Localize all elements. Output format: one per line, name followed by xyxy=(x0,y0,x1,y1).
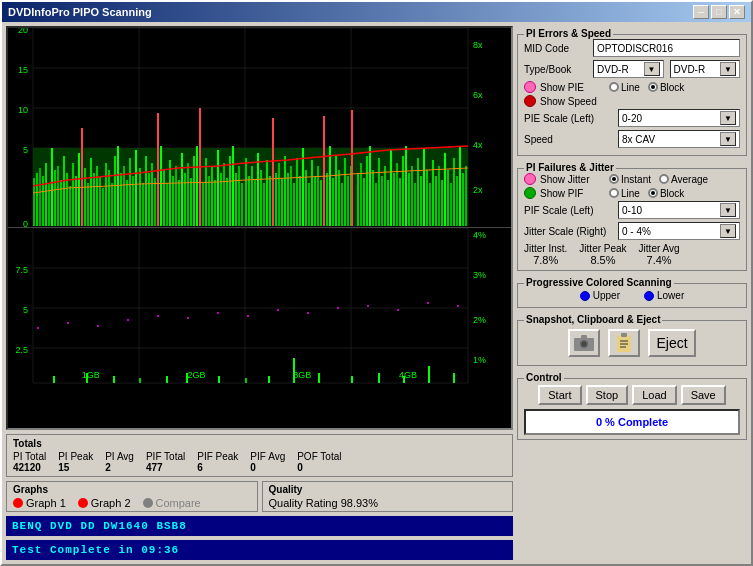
svg-rect-116 xyxy=(320,180,322,226)
svg-rect-69 xyxy=(178,180,180,226)
svg-rect-152 xyxy=(429,183,431,226)
combo-arrow-2[interactable]: ▼ xyxy=(720,62,736,76)
pif-line-radio[interactable]: Line xyxy=(609,188,640,199)
svg-rect-38 xyxy=(84,168,86,226)
svg-rect-78 xyxy=(205,158,207,226)
svg-rect-159 xyxy=(450,183,452,226)
graph-items: Graph 1 Graph 2 Compare xyxy=(13,497,251,509)
svg-rect-202 xyxy=(428,366,430,383)
svg-rect-40 xyxy=(90,158,92,226)
progress-label: 0 % Complete xyxy=(596,416,668,428)
svg-rect-145 xyxy=(408,173,410,226)
svg-rect-129 xyxy=(360,163,362,226)
pie-line-radio-btn[interactable] xyxy=(609,82,619,92)
svg-rect-57 xyxy=(142,183,144,226)
svg-rect-63 xyxy=(160,146,162,226)
speed-label: Speed xyxy=(524,134,614,145)
pie-line-radio[interactable]: Line xyxy=(609,82,640,93)
stop-button[interactable]: Stop xyxy=(586,385,629,405)
svg-text:4%: 4% xyxy=(473,230,486,240)
svg-rect-110 xyxy=(302,148,304,226)
maximize-button[interactable]: □ xyxy=(711,5,727,19)
graph-compare-item[interactable]: Compare xyxy=(143,497,201,509)
graph-2-item[interactable]: Graph 2 xyxy=(78,497,131,509)
svg-rect-66 xyxy=(169,160,171,226)
pif-block-radio[interactable]: Block xyxy=(648,188,684,199)
combo-arrow-1[interactable]: ▼ xyxy=(644,62,660,76)
svg-rect-94 xyxy=(254,180,256,226)
start-button[interactable]: Start xyxy=(538,385,581,405)
graph-1-item[interactable]: Graph 1 xyxy=(13,497,66,509)
main-content: 20 15 10 5 0 8x 6x 4x 2x xyxy=(2,22,751,564)
type-dvd1-combo[interactable]: DVD-R ▼ xyxy=(593,60,664,78)
pie-block-radio-btn[interactable] xyxy=(648,82,658,92)
jitter-scale-arrow[interactable]: ▼ xyxy=(720,224,736,238)
svg-rect-199 xyxy=(351,376,353,383)
svg-rect-70 xyxy=(181,153,183,226)
upper-label: Upper xyxy=(593,290,620,301)
svg-text:15: 15 xyxy=(18,65,28,75)
clipboard-button[interactable] xyxy=(608,329,640,357)
minimize-button[interactable]: ─ xyxy=(693,5,709,19)
svg-point-204 xyxy=(37,327,39,329)
speed-combo[interactable]: 8x CAV ▼ xyxy=(618,130,740,148)
pie-block-radio[interactable]: Block xyxy=(648,82,684,93)
pif-scale-combo[interactable]: 0-10 ▼ xyxy=(618,201,740,219)
svg-rect-53 xyxy=(129,158,131,226)
svg-rect-200 xyxy=(378,373,380,383)
svg-rect-124 xyxy=(344,158,346,226)
quality-box: Quality Quality Rating 98.93% xyxy=(262,481,514,512)
speed-indicator xyxy=(524,95,536,107)
svg-point-218 xyxy=(457,305,459,307)
svg-rect-83 xyxy=(220,173,222,226)
svg-rect-108 xyxy=(296,158,298,226)
svg-rect-134 xyxy=(375,183,377,226)
totals-row: PI Total 42120 PI Peak 15 PI Avg 2 PIF T… xyxy=(13,451,506,473)
svg-rect-136 xyxy=(381,176,383,226)
svg-point-207 xyxy=(127,319,129,321)
svg-rect-27 xyxy=(51,148,53,226)
pif-line-btn[interactable] xyxy=(609,188,619,198)
pie-scale-arrow[interactable]: ▼ xyxy=(720,111,736,125)
svg-text:2x: 2x xyxy=(473,185,483,195)
svg-rect-222 xyxy=(581,335,587,339)
svg-rect-133 xyxy=(372,170,374,226)
jitter-instant-radio[interactable]: Instant xyxy=(609,174,651,185)
jitter-average-btn[interactable] xyxy=(659,174,669,184)
jitter-average-radio[interactable]: Average xyxy=(659,174,708,185)
svg-rect-61 xyxy=(154,178,156,226)
type-dvd2-combo[interactable]: DVD-R ▼ xyxy=(670,60,741,78)
load-button[interactable]: Load xyxy=(632,385,676,405)
bottom-chart: 7.5 5 2.5 4% 3% 2% 1% xyxy=(8,228,511,368)
snapshot-button[interactable] xyxy=(568,329,600,357)
pif-scale-arrow[interactable]: ▼ xyxy=(720,203,736,217)
totals-title: Totals xyxy=(13,438,506,449)
jitter-instant-btn[interactable] xyxy=(609,174,619,184)
pif-block-btn[interactable] xyxy=(648,188,658,198)
svg-rect-140 xyxy=(393,173,395,226)
control-title: Control xyxy=(524,372,564,383)
svg-point-213 xyxy=(307,312,309,314)
graphs-quality-row: Graphs Graph 1 Graph 2 Compare xyxy=(6,481,513,512)
svg-text:4x: 4x xyxy=(473,140,483,150)
svg-text:7.5: 7.5 xyxy=(15,265,28,275)
save-button[interactable]: Save xyxy=(681,385,726,405)
speed-arrow[interactable]: ▼ xyxy=(720,132,736,146)
svg-rect-137 xyxy=(384,166,386,226)
eject-button[interactable]: Eject xyxy=(648,329,695,357)
svg-rect-151 xyxy=(426,170,428,226)
window-title: DVDInfoPro PIPO Scanning xyxy=(8,6,152,18)
svg-rect-128 xyxy=(357,173,359,226)
svg-rect-114 xyxy=(314,176,316,226)
status-bar-1: BENQ DVD DD DW1640 BSB8 xyxy=(6,516,513,536)
pie-scale-combo[interactable]: 0-20 ▼ xyxy=(618,109,740,127)
svg-rect-75 xyxy=(196,146,198,226)
svg-rect-142 xyxy=(399,178,401,226)
title-bar: DVDInfoPro PIPO Scanning ─ □ ✕ xyxy=(2,2,751,22)
svg-rect-86 xyxy=(229,156,231,226)
snapshot-group: Snapshot, Clipboard & Eject xyxy=(517,320,747,366)
jitter-scale-combo[interactable]: 0 - 4% ▼ xyxy=(618,222,740,240)
close-button[interactable]: ✕ xyxy=(729,5,745,19)
svg-rect-147 xyxy=(414,183,416,226)
svg-rect-77 xyxy=(202,183,204,226)
